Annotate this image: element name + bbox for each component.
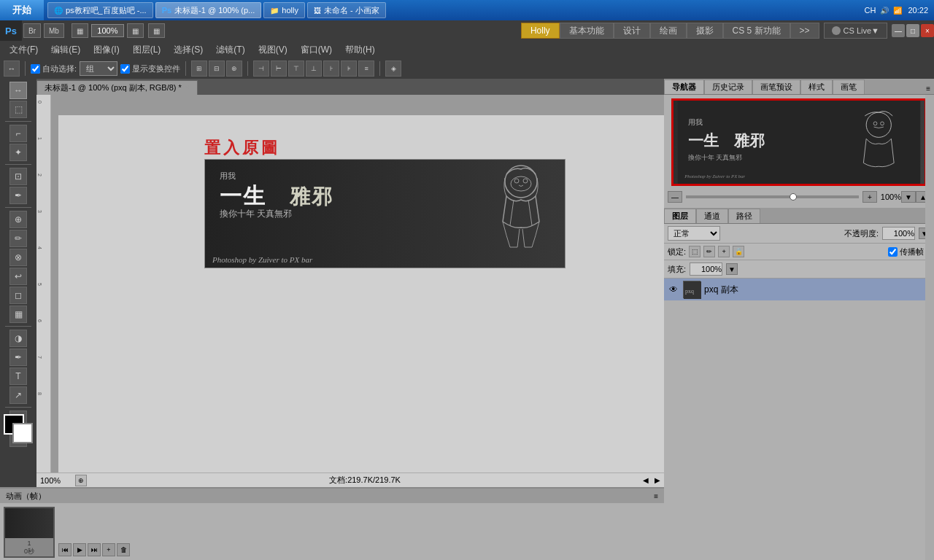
status-right-arrow[interactable]: ▶ xyxy=(655,476,660,484)
tab-channels[interactable]: 通道 xyxy=(696,209,728,223)
opacity-input[interactable] xyxy=(882,227,915,240)
lock-all-btn[interactable]: 🔒 xyxy=(733,246,744,257)
align-top-btn[interactable]: ⊥ xyxy=(306,61,322,77)
lock-brush-btn[interactable]: ✏ xyxy=(703,246,715,257)
design-btn[interactable]: 设计 xyxy=(614,23,650,39)
select-tool[interactable]: ↔ xyxy=(9,82,27,99)
pen-tool[interactable]: ✒ xyxy=(9,349,27,366)
taskbar-item-ps-tutorial[interactable]: 🌐 ps教程吧_百度贴吧 -... xyxy=(47,2,153,18)
ps-layer-btn[interactable]: ▦ xyxy=(72,23,88,38)
ps-extra-btn[interactable]: ▦ xyxy=(148,23,165,38)
transform-btn-3[interactable]: ⊕ xyxy=(226,61,242,77)
more-btn[interactable]: >> xyxy=(790,23,819,39)
lasso-tool[interactable]: ⌐ xyxy=(9,125,27,142)
paint-btn[interactable]: 绘画 xyxy=(650,23,687,39)
basic-func-btn[interactable]: 基本功能 xyxy=(560,23,614,39)
lock-transparent-btn[interactable]: ⬚ xyxy=(689,246,700,257)
clone-tool[interactable]: ⊗ xyxy=(9,249,27,266)
taskbar-item-paint[interactable]: 🖼 未命名 - 小画家 xyxy=(307,2,386,18)
auto-select-checkbox[interactable] xyxy=(31,64,40,74)
anim-next-btn[interactable]: ⏭ xyxy=(88,543,101,556)
anim-play-btn[interactable]: ▶ xyxy=(73,543,86,556)
heal-tool[interactable]: ⊕ xyxy=(9,211,27,228)
menu-filter[interactable]: 滤镜(T) xyxy=(210,42,250,58)
show-transform-check[interactable]: 显示变换控件 xyxy=(120,63,180,74)
animation-frame-1[interactable]: 1 0秒 xyxy=(4,507,55,558)
dodge-tool[interactable]: ◑ xyxy=(9,330,27,347)
transform-btn-1[interactable]: ⊞ xyxy=(191,61,207,77)
distribute-btn-2[interactable]: ⊧ xyxy=(341,61,357,77)
lock-move-btn[interactable]: + xyxy=(718,246,730,257)
transform-btn-2[interactable]: ⊟ xyxy=(209,61,225,77)
distribute-btn[interactable]: ⊦ xyxy=(323,61,339,77)
extra-tool-btn[interactable]: ◈ xyxy=(385,61,401,77)
layer-row[interactable]: 👁 pxq pxq 副本 xyxy=(664,279,934,300)
tab-paths[interactable]: 路径 xyxy=(728,209,760,223)
eraser-tool[interactable]: ◻ xyxy=(9,287,27,304)
auto-select-check[interactable]: 自动选择: xyxy=(31,63,77,74)
anim-del-btn[interactable]: 🗑 xyxy=(117,543,130,556)
ps-bridge-btn[interactable]: Br xyxy=(23,23,41,38)
fill-input[interactable] xyxy=(690,262,722,276)
right-panel-menu-btn[interactable]: ≡ xyxy=(922,83,934,94)
tab-history[interactable]: 历史记录 xyxy=(704,79,752,94)
ps-view-btn[interactable]: ▦ xyxy=(127,23,144,38)
align-left-btn[interactable]: ⊣ xyxy=(253,61,269,77)
ps-mini-bridge-btn[interactable]: Mb xyxy=(44,23,64,38)
zoom-fit-btn[interactable]: ⊕ xyxy=(75,475,87,486)
layer-visibility-btn[interactable]: 👁 xyxy=(668,284,679,295)
fill-down-arrow[interactable]: ▼ xyxy=(726,263,738,275)
tab-styles[interactable]: 样式 xyxy=(800,79,833,94)
status-left-arrow[interactable]: ◀ xyxy=(643,476,649,484)
ps-zoom-input[interactable] xyxy=(91,24,124,37)
menu-edit[interactable]: 编辑(E) xyxy=(45,42,86,58)
anim-prev-btn[interactable]: ⏮ xyxy=(58,543,72,556)
menu-view[interactable]: 视图(V) xyxy=(252,42,293,58)
photo-btn[interactable]: 摄影 xyxy=(687,23,723,39)
menu-window[interactable]: 窗口(W) xyxy=(295,42,338,58)
align-center-btn[interactable]: ⊢ xyxy=(271,61,287,77)
minimize-button[interactable]: — xyxy=(892,24,905,37)
zoom-thumb[interactable] xyxy=(790,193,797,201)
document-tab[interactable]: 未标题-1 @ 100% (pxq 副本, RGB/8) * × xyxy=(36,80,198,95)
history-brush-tool[interactable]: ↩ xyxy=(9,268,27,285)
menu-file[interactable]: 文件(F) xyxy=(4,42,44,58)
move-tool-icon[interactable]: ↔ xyxy=(4,61,20,77)
show-transform-checkbox[interactable] xyxy=(120,64,130,74)
type-tool[interactable]: T xyxy=(9,368,27,385)
menu-help[interactable]: 帮助(H) xyxy=(339,42,381,58)
zoom-track[interactable] xyxy=(686,195,859,198)
maximize-button[interactable]: □ xyxy=(906,24,919,37)
zoom-in-btn[interactable]: + xyxy=(862,191,877,203)
blend-mode-select[interactable]: 正常 溶解 正片叠底 xyxy=(668,226,720,241)
start-button[interactable]: 开始 xyxy=(0,0,44,20)
marquee-tool[interactable]: ⬚ xyxy=(9,101,27,118)
propagate-checkbox[interactable] xyxy=(888,247,898,257)
gradient-tool[interactable]: ▦ xyxy=(9,306,27,323)
close-button[interactable]: × xyxy=(921,24,934,37)
cs-live-btn[interactable]: CS Live▼ xyxy=(824,23,887,39)
tab-navigator[interactable]: 导航器 xyxy=(664,79,704,94)
menu-layer[interactable]: 图层(L) xyxy=(127,42,167,58)
distribute-btn-3[interactable]: ≡ xyxy=(358,61,374,77)
nav-zoom-down-btn[interactable]: ▼ xyxy=(901,191,916,203)
document-image[interactable]: 用我 一生 雅邪 換你十年 天真無邪 xyxy=(204,159,566,268)
holly-btn[interactable]: Holly xyxy=(521,23,560,39)
menu-select[interactable]: 选择(S) xyxy=(168,42,209,58)
background-color[interactable] xyxy=(12,423,33,443)
brush-tool[interactable]: ✏ xyxy=(9,230,27,247)
eyedropper-tool[interactable]: ✒ xyxy=(9,187,27,204)
tab-brush-preset[interactable]: 画笔预设 xyxy=(752,79,800,94)
tab-layers[interactable]: 图层 xyxy=(664,209,696,223)
zoom-out-btn[interactable]: — xyxy=(668,191,682,203)
taskbar-item-holly[interactable]: 📁 holly xyxy=(263,2,305,18)
crop-tool[interactable]: ⊡ xyxy=(9,168,27,185)
propagate-check[interactable]: 传播帧 1 xyxy=(888,246,930,257)
taskbar-item-ps-main[interactable]: Ps 未标题-1 @ 100% (p... xyxy=(155,2,262,18)
magic-wand-tool[interactable]: ✦ xyxy=(9,144,27,161)
align-right-btn[interactable]: ⊤ xyxy=(288,61,304,77)
tab-brush[interactable]: 画笔 xyxy=(833,79,865,94)
animation-menu-btn[interactable]: ≡ xyxy=(654,492,658,500)
auto-select-dropdown[interactable]: 组 图层 xyxy=(80,61,117,76)
anim-add-btn[interactable]: + xyxy=(102,543,115,556)
